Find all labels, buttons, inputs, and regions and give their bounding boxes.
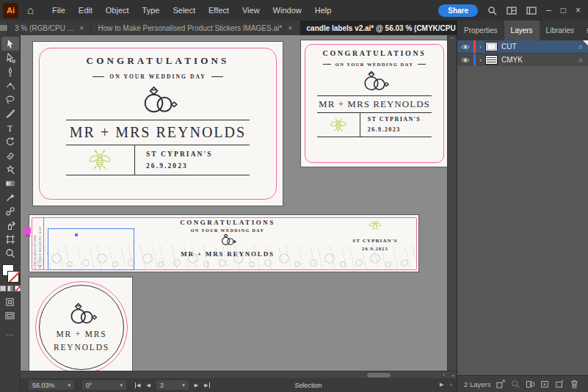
label-names: MR + MRS REYNOLDS [319, 98, 430, 110]
gradient-tool[interactable] [1, 176, 19, 190]
rotate-tool[interactable] [1, 134, 19, 148]
last-artboard-button[interactable]: ▶ [204, 382, 209, 388]
arrange-documents-icon[interactable] [507, 7, 517, 15]
layer-thumbnail[interactable] [485, 55, 498, 65]
zoom-level-select[interactable]: 56.03% ▾ [29, 380, 74, 390]
share-button[interactable]: Share [438, 4, 478, 17]
menu-view[interactable]: View [236, 6, 266, 15]
symbol-sprayer-tool[interactable] [1, 218, 19, 232]
selection-handle[interactable] [26, 234, 30, 237]
rotation-select[interactable]: 0° ▾ [82, 380, 126, 390]
menu-edit[interactable]: Edit [72, 6, 99, 15]
maximize-button[interactable]: □ [561, 5, 566, 15]
tab-properties[interactable]: Properties [457, 21, 504, 40]
layer-name[interactable]: CUT [501, 43, 573, 51]
artboard-circle-label[interactable]: MR + MRS REYNOLDS [29, 277, 132, 371]
fill-stroke-swatches[interactable] [1, 264, 19, 283]
tab-layers[interactable]: Layers [504, 21, 540, 40]
visibility-eye-icon[interactable] [457, 44, 473, 50]
next-artboard-button[interactable]: ▶ [195, 382, 198, 388]
home-icon[interactable]: ⌂ [27, 4, 34, 16]
selection-bounding-box[interactable] [48, 228, 134, 270]
artboard-rect-label-large[interactable]: CONGRATULATIONS ON YOUR WEDDING DAY MR +… [33, 42, 283, 206]
artboard-tool[interactable] [1, 232, 19, 246]
label-footer: ST CYPRIAN'S 26.9.2023 [66, 145, 250, 175]
artboard-strip-label[interactable]: CONGRATULATIONS ON YOUR WEDDING DAY CONG… [29, 215, 418, 272]
tab-document-1[interactable]: 3 % (RGB/CPU ... × [8, 21, 90, 35]
first-artboard-button[interactable]: ◀ [135, 382, 140, 388]
layer-thumbnail[interactable] [485, 42, 498, 51]
scroll-down-icon[interactable]: ⌄ [450, 371, 456, 378]
delete-layer-icon[interactable] [567, 380, 581, 388]
color-button[interactable] [0, 286, 6, 291]
expand-chevron-icon[interactable]: › [476, 43, 485, 51]
tab-libraries[interactable]: Libraries [540, 21, 581, 40]
stroke-color-swatch[interactable] [7, 271, 19, 283]
lasso-tool[interactable] [1, 92, 19, 106]
artboard-number-select[interactable]: 3 ▾ [156, 380, 189, 390]
clipping-mask-icon[interactable] [523, 380, 537, 388]
edit-toolbar-button[interactable]: ... [6, 329, 14, 337]
eraser-tool[interactable] [1, 148, 19, 162]
layer-name[interactable]: CMYK [501, 56, 573, 64]
screen-mode-button[interactable] [1, 309, 19, 323]
scale-tool[interactable] [1, 162, 19, 176]
selection-tool[interactable] [1, 37, 19, 51]
target-circle-icon[interactable]: ○ [573, 57, 588, 64]
status-bar: 56.03% ▾ 0° ▾ ◀ ◀ 3 ▾ ▶ ▶ Selection ▶ ‹ [21, 378, 457, 392]
eyedropper-tool[interactable] [1, 190, 19, 204]
menu-type[interactable]: Type [136, 6, 167, 15]
tab-close-icon[interactable]: × [288, 23, 292, 32]
scroll-up-icon[interactable]: ⌃ [450, 37, 455, 43]
previous-artboard-button[interactable]: ◀ [146, 382, 150, 388]
artboard-rect-label-small[interactable]: CONGRATULATIONS ON YOUR WEDDING DAY MR +… [301, 40, 448, 167]
close-button[interactable]: × [576, 5, 581, 15]
tab-label: 3 % (RGB/CPU ... [15, 24, 73, 32]
status-back-icon[interactable]: ‹ [450, 382, 452, 388]
visibility-eye-icon[interactable] [457, 57, 473, 63]
blend-tool[interactable] [1, 204, 19, 218]
menu-effect[interactable]: Effect [202, 6, 236, 15]
label-venue: ST CYPRIAN'S [338, 238, 413, 244]
canvas[interactable]: CONGRATULATIONS ON YOUR WEDDING DAY MR +… [21, 35, 457, 371]
expand-chevron-icon[interactable]: › [476, 57, 485, 64]
label-venue: ST CYPRIAN'S [368, 115, 432, 125]
menu-object[interactable]: Object [99, 6, 136, 15]
layer-row-cmyk[interactable]: › CMYK ○ [457, 53, 588, 66]
tab-document-2[interactable]: How to Make Personalised Product Sticker… [91, 21, 299, 35]
gradient-button[interactable] [7, 286, 13, 291]
layers-panel-footer: 2 Layers [457, 375, 588, 392]
minimize-button[interactable]: – [546, 5, 551, 15]
menu-window[interactable]: Window [266, 6, 308, 15]
menu-select[interactable]: Select [166, 6, 202, 15]
direct-selection-tool[interactable] [1, 51, 19, 65]
workspace-switcher-icon[interactable] [526, 7, 537, 15]
panel-menu-icon[interactable]: ≡ [581, 25, 588, 36]
menu-file[interactable]: File [46, 6, 72, 15]
vertical-scrollbar[interactable]: ⌃ [447, 35, 457, 371]
selection-anchor-point[interactable] [75, 233, 78, 236]
paintbrush-tool[interactable] [1, 106, 19, 120]
selection-handle[interactable] [23, 228, 31, 233]
label-subheading: ON YOUR WEDDING DAY [323, 62, 427, 67]
collect-for-export-icon[interactable] [493, 380, 508, 388]
curvature-tool[interactable] [1, 79, 19, 92]
status-indicator[interactable]: Selection [295, 382, 322, 389]
type-tool[interactable]: T [1, 120, 19, 134]
draw-mode-button[interactable] [1, 295, 19, 309]
layer-row-cut[interactable]: › CUT ○ [457, 40, 588, 53]
locate-object-icon[interactable] [508, 380, 523, 388]
search-icon[interactable] [487, 6, 497, 15]
zoom-tool[interactable] [1, 246, 19, 260]
menu-bar: File Edit Object Type Select Effect View… [46, 6, 338, 15]
new-layer-icon[interactable] [552, 380, 567, 388]
new-sublayer-icon[interactable] [537, 380, 552, 388]
status-next-icon[interactable]: ▶ [440, 382, 443, 388]
pen-tool[interactable] [1, 65, 19, 79]
scrollbar-thumb[interactable] [367, 373, 391, 377]
scroll-right-icon[interactable]: › [443, 371, 445, 378]
menu-help[interactable]: Help [308, 6, 338, 15]
tab-close-icon[interactable]: × [79, 23, 84, 32]
none-button[interactable] [15, 286, 21, 291]
toolbar-header [0, 21, 8, 35]
